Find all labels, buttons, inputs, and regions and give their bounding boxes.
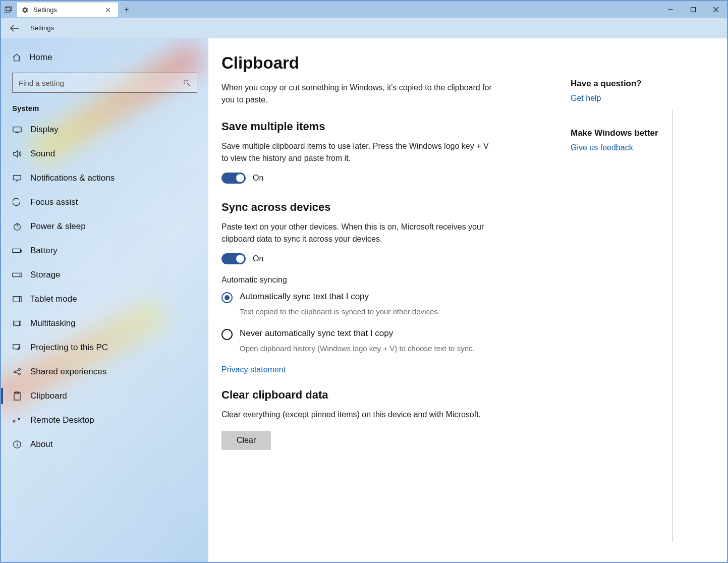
- search-field[interactable]: [19, 79, 183, 87]
- svg-rect-0: [5, 8, 10, 12]
- sidebar-item-sound[interactable]: Sound: [1, 142, 208, 166]
- clear-button[interactable]: Clear: [221, 431, 271, 450]
- feedback-heading: Make Windows better: [571, 128, 707, 138]
- save-toggle-state: On: [253, 174, 263, 183]
- sidebar-item-about[interactable]: About: [1, 432, 208, 457]
- sidebar-item-remote-desktop[interactable]: Remote Desktop: [1, 408, 208, 432]
- svg-line-7: [188, 84, 190, 86]
- svg-point-16: [19, 274, 20, 275]
- svg-rect-14: [21, 250, 22, 252]
- main: Clipboard When you copy or cut something…: [208, 38, 727, 562]
- close-button[interactable]: [704, 1, 727, 18]
- sidebar-item-shared-experiences[interactable]: Shared experiences: [1, 360, 208, 384]
- svg-line-26: [16, 370, 18, 371]
- clear-desc: Clear everything (except pinned items) o…: [221, 409, 494, 421]
- sound-icon: [12, 150, 22, 158]
- titlebar: Settings ✕ +: [1, 1, 727, 18]
- power-icon: [12, 222, 22, 231]
- svg-rect-1: [6, 6, 12, 11]
- sidebar-item-notifications[interactable]: Notifications & actions: [1, 166, 208, 190]
- shared-icon: [12, 367, 22, 376]
- sync-heading: Sync across devices: [221, 201, 551, 214]
- clipboard-icon: [12, 391, 22, 401]
- svg-point-23: [14, 371, 16, 373]
- radio-never-sync[interactable]: Never automatically sync text that I cop…: [221, 328, 551, 340]
- tab-title: Settings: [33, 6, 57, 14]
- svg-line-27: [16, 372, 18, 374]
- sidebar-home-label: Home: [29, 52, 52, 63]
- sidebar-item-multitasking[interactable]: Multitasking: [1, 311, 208, 335]
- radio-icon: [221, 292, 233, 303]
- back-button[interactable]: [10, 25, 19, 32]
- display-icon: [12, 126, 22, 133]
- gear-icon: [21, 6, 29, 14]
- get-help-link[interactable]: Get help: [571, 94, 707, 103]
- radio-never-sync-sub: Open clipboard history (Windows logo key…: [240, 343, 502, 354]
- autosync-label: Automatic syncing: [221, 275, 551, 285]
- sidebar-home[interactable]: Home: [1, 46, 208, 69]
- notifications-icon: [12, 174, 22, 182]
- sidebar-item-storage[interactable]: Storage: [1, 263, 208, 287]
- save-desc: Save multiple clipboard items to use lat…: [221, 140, 494, 164]
- navbar: Settings: [1, 18, 727, 38]
- clear-heading: Clear clipboard data: [221, 388, 551, 402]
- radio-icon: [221, 329, 233, 340]
- home-icon: [12, 53, 21, 62]
- battery-icon: [12, 248, 22, 254]
- tab-close-icon[interactable]: ✕: [103, 6, 113, 14]
- sync-toggle-state: On: [253, 254, 263, 263]
- sidebar-item-power-sleep[interactable]: Power & sleep: [1, 214, 208, 239]
- radio-auto-sync-label: Automatically sync text that I copy: [240, 292, 369, 303]
- svg-rect-21: [15, 321, 20, 326]
- svg-rect-13: [13, 249, 20, 252]
- sidebar-section: System: [1, 102, 208, 118]
- sidebar-item-tablet-mode[interactable]: Tablet mode: [1, 287, 208, 311]
- question-heading: Have a question?: [571, 79, 707, 89]
- svg-rect-8: [13, 127, 21, 132]
- nav-title: Settings: [30, 24, 54, 32]
- about-icon: [12, 440, 22, 449]
- storage-icon: [12, 272, 22, 277]
- search-icon: [183, 79, 191, 87]
- minimize-button[interactable]: [659, 1, 682, 18]
- sidebar-item-projecting[interactable]: Projecting to this PC: [1, 335, 208, 360]
- svg-rect-17: [13, 297, 21, 302]
- feedback-link[interactable]: Give us feedback: [571, 143, 707, 152]
- sidebar-item-battery[interactable]: Battery: [1, 239, 208, 263]
- svg-rect-10: [14, 176, 21, 180]
- radio-never-sync-label: Never automatically sync text that I cop…: [240, 328, 393, 340]
- window-controls: [659, 1, 727, 18]
- svg-point-24: [19, 369, 21, 371]
- sync-desc: Paste text on your other devices. When t…: [221, 221, 494, 245]
- sidebar-item-display[interactable]: Display: [1, 118, 208, 142]
- radio-auto-sync[interactable]: Automatically sync text that I copy: [221, 292, 551, 303]
- remote-desktop-icon: [12, 416, 22, 424]
- window: Settings ✕ + Settings Home: [0, 0, 728, 563]
- task-view-icon[interactable]: [1, 6, 16, 13]
- focus-assist-icon: [12, 198, 22, 207]
- radio-auto-sync-sub: Text copied to the clipboard is synced t…: [240, 306, 502, 317]
- save-toggle[interactable]: [221, 173, 246, 184]
- maximize-button[interactable]: [682, 1, 704, 18]
- tablet-icon: [12, 296, 22, 303]
- save-heading: Save multiple items: [221, 120, 551, 133]
- new-tab-button[interactable]: +: [118, 5, 135, 14]
- projecting-icon: [12, 344, 22, 352]
- sidebar-item-clipboard[interactable]: Clipboard: [1, 384, 208, 408]
- body: Home System Display Sound Notifications …: [1, 38, 727, 562]
- right-pane: Have a question? Get help Make Windows b…: [571, 79, 707, 178]
- svg-point-6: [184, 80, 188, 84]
- privacy-link[interactable]: Privacy statement: [221, 365, 286, 374]
- tab-settings[interactable]: Settings ✕: [17, 2, 118, 17]
- content: Clipboard When you copy or cut something…: [208, 38, 551, 562]
- intro-text: When you copy or cut something in Window…: [221, 82, 494, 106]
- svg-rect-3: [691, 8, 695, 12]
- page-title: Clipboard: [221, 53, 551, 73]
- search-input[interactable]: [12, 73, 197, 93]
- sidebar-item-focus-assist[interactable]: Focus assist: [1, 190, 208, 214]
- multitasking-icon: [12, 319, 22, 327]
- svg-point-25: [19, 373, 21, 375]
- sidebar: Home System Display Sound Notifications …: [1, 38, 208, 562]
- sync-toggle[interactable]: [221, 253, 246, 264]
- svg-point-32: [17, 442, 18, 443]
